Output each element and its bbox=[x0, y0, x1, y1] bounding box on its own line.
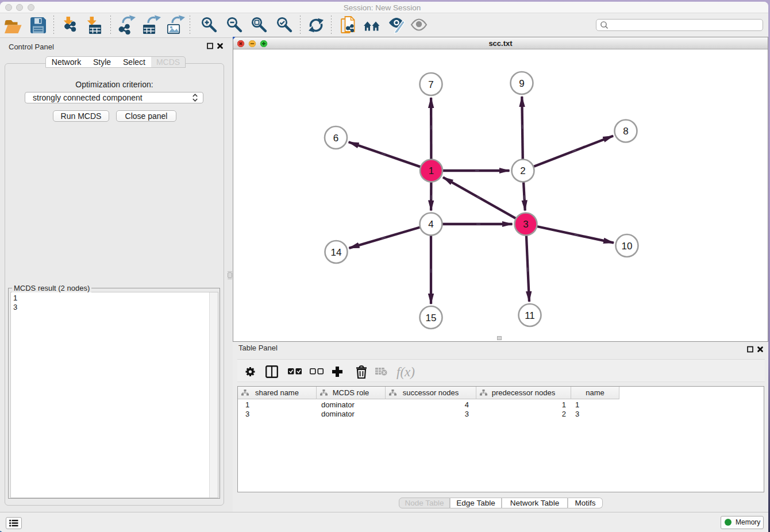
svg-text:f(x): f(x) bbox=[396, 365, 415, 379]
svg-text:14: 14 bbox=[331, 247, 342, 258]
svg-text:1: 1 bbox=[429, 165, 434, 176]
svg-text:9: 9 bbox=[519, 78, 524, 89]
svg-text:15: 15 bbox=[426, 313, 437, 323]
svg-text:11: 11 bbox=[525, 310, 535, 321]
svg-text:10: 10 bbox=[622, 241, 633, 252]
svg-text:3: 3 bbox=[523, 219, 528, 230]
svg-text:7: 7 bbox=[428, 79, 433, 90]
svg-text:8: 8 bbox=[623, 126, 628, 137]
svg-text:2: 2 bbox=[520, 165, 525, 176]
svg-text:6: 6 bbox=[333, 133, 338, 144]
svg-text:4: 4 bbox=[428, 219, 433, 230]
